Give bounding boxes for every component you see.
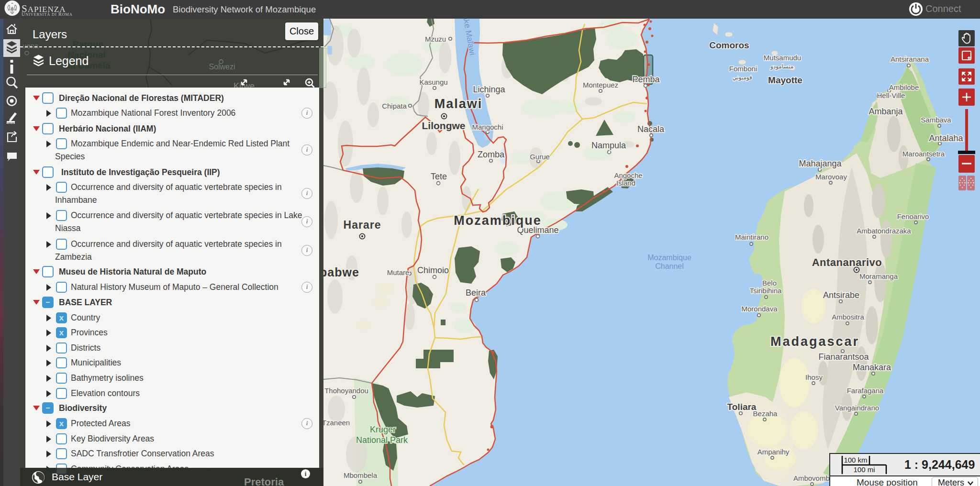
svg-text:Fenoarivo: Fenoarivo [897, 212, 929, 221]
svg-text:Chimoio: Chimoio [417, 265, 449, 275]
svg-text:uena: uena [22, 42, 39, 50]
svg-text:Ihosy: Ihosy [805, 373, 823, 381]
svg-text:Ampanihy: Ampanihy [757, 448, 790, 456]
svg-text:Antsirabe: Antsirabe [823, 290, 859, 300]
svg-text:Sambava: Sambava [921, 116, 951, 124]
svg-text:Mangochi: Mangochi [472, 123, 503, 131]
svg-text:National Park: National Park [356, 435, 408, 445]
svg-text:Marovoay: Marovoay [815, 173, 847, 181]
svg-text:Nacala: Nacala [637, 124, 665, 134]
svg-text:Hell-Ville: Hell-Ville [877, 91, 905, 99]
svg-text:Bezaha: Bezaha [753, 409, 778, 418]
svg-text:Ambatondrazaka: Ambatondrazaka [857, 227, 911, 235]
svg-text:Mayotte: Mayotte [768, 75, 802, 85]
svg-text:Belo: Belo [762, 279, 777, 287]
svg-text:Beira: Beira [466, 288, 486, 298]
svg-text:Mbombela: Mbombela [344, 471, 378, 479]
svg-text:Channel: Channel [655, 262, 684, 270]
svg-text:Lichinga: Lichinga [473, 85, 505, 94]
svg-text:Maroantsetra: Maroantsetra [902, 150, 945, 158]
svg-text:Nampula: Nampula [591, 141, 626, 150]
svg-text:Ambovombe: Ambovombe [793, 474, 834, 482]
svg-text:متسامودو: متسامودو [770, 63, 793, 70]
svg-text:Tsiribihina: Tsiribihina [750, 287, 782, 295]
svg-text:Zomba: Zomba [478, 150, 505, 159]
svg-text:100 km: 100 km [844, 456, 867, 464]
svg-text:Malawi: Malawi [434, 97, 483, 111]
svg-text:Tete: Tete [431, 172, 447, 181]
svg-text:100 mi: 100 mi [853, 465, 875, 474]
svg-text:Farafagana: Farafagana [847, 387, 884, 395]
svg-text:Ambilobe: Ambilobe [889, 83, 919, 91]
svg-text:Kasungu: Kasungu [419, 78, 447, 86]
svg-text:Angoche: Angoche [614, 171, 642, 179]
svg-text:Harare: Harare [344, 219, 381, 231]
svg-text:Fomboni: Fomboni [729, 65, 757, 73]
svg-text:Solwezi: Solwezi [209, 63, 235, 71]
svg-text:Madagascar: Madagascar [770, 334, 859, 349]
svg-text:Island: Island [616, 179, 635, 187]
svg-text:Lilongwe: Lilongwe [422, 120, 466, 131]
svg-text:Mutare: Mutare [387, 268, 410, 276]
svg-text:Toliara: Toliara [727, 402, 757, 412]
svg-text:Pemba: Pemba [632, 75, 660, 84]
svg-text:Manakara: Manakara [853, 363, 891, 372]
svg-text:Fianarantsoa: Fianarantsoa [818, 352, 869, 362]
svg-text:Maintirano: Maintirano [735, 233, 768, 241]
svg-text:Mozambique: Mozambique [647, 254, 691, 262]
svg-text:Mozambique: Mozambique [454, 213, 542, 228]
svg-text:Antsiranana: Antsiranana [891, 55, 929, 63]
svg-text:Comoros: Comoros [709, 40, 749, 50]
svg-text:Antalaha: Antalaha [929, 133, 963, 143]
svg-text:Ambositra: Ambositra [832, 313, 864, 321]
svg-text:Tzaneen: Tzaneen [322, 419, 350, 427]
svg-text:Mutsamudu: Mutsamudu [764, 54, 801, 62]
svg-text:Parque: Parque [73, 39, 103, 49]
svg-text:Chipata: Chipata [382, 102, 407, 110]
svg-text:Morondava: Morondava [741, 305, 778, 313]
svg-text:Ambanja: Ambanja [869, 107, 903, 116]
svg-text:Mzuzu: Mzuzu [425, 35, 446, 43]
svg-text:فومبوني: فومبوني [732, 74, 752, 81]
svg-text:babwe: babwe [320, 265, 359, 279]
svg-text:Vangaindrano: Vangaindrano [835, 404, 879, 412]
svg-text:Kruger: Kruger [370, 425, 396, 434]
svg-text:Antananarivo: Antananarivo [812, 256, 882, 268]
svg-text:Moramanga: Moramanga [859, 272, 898, 280]
svg-text:Thohoyandou: Thohoyandou [324, 387, 368, 395]
svg-text:Mahajanga: Mahajanga [799, 159, 842, 168]
svg-text:Montepuez: Montepuez [583, 81, 618, 89]
svg-text:Gurue: Gurue [530, 153, 550, 161]
